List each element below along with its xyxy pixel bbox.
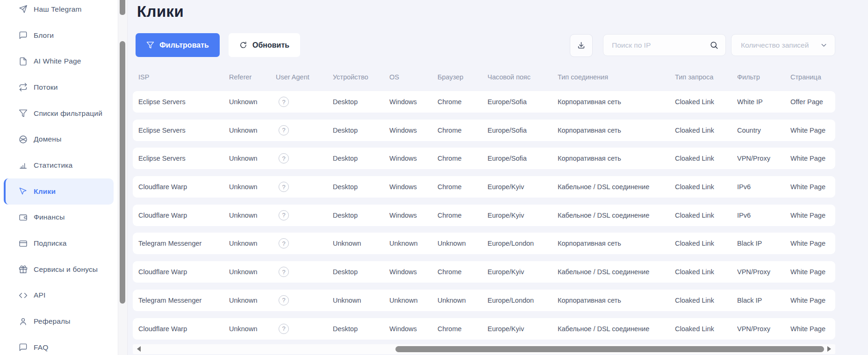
sidebar-item-label: Наш Telegram <box>34 5 82 14</box>
search-icon[interactable] <box>710 41 718 50</box>
sidebar-item-code-11[interactable]: API <box>0 283 118 309</box>
table-row-6: Cloudflare WarpUnknown?DesktopWindowsChr… <box>133 261 835 283</box>
page-icon <box>19 57 28 66</box>
cell-os: Windows <box>389 98 438 106</box>
question-mark-icon[interactable]: ? <box>279 210 289 220</box>
wallet-icon <box>19 213 28 222</box>
search-input[interactable] <box>603 41 710 50</box>
cell-connection: Корпоративная сеть <box>558 240 675 247</box>
sidebar-item-label: Финансы <box>34 213 65 221</box>
sidebar-item-chat-1[interactable]: Блоги <box>0 22 118 49</box>
scroll-right-arrow-icon[interactable] <box>827 346 831 352</box>
table-row-7: Telegram MessengerUnknown?UnknownUnknown… <box>133 290 835 311</box>
sidebar-item-telegram-0[interactable]: Наш Telegram <box>0 0 118 22</box>
cell-isp: Telegram Messenger <box>138 297 229 304</box>
cell-connection: Корпоративная сеть <box>558 98 675 106</box>
question-mark-icon[interactable]: ? <box>279 153 289 163</box>
cell-request_type: Cloaked Link <box>675 325 737 333</box>
sidebar-nav: Наш TelegramБлогиAI White PageПотокиСпис… <box>0 0 118 355</box>
cell-referer: Unknown <box>229 325 276 333</box>
cell-browser: Unknown <box>438 240 488 247</box>
sidebar-item-cursor-7[interactable]: Клики <box>4 178 114 205</box>
cell-referer: Unknown <box>229 297 276 304</box>
column-header-filter: Фильтр <box>737 73 790 81</box>
cell-page: Offer Page <box>790 98 835 106</box>
sidebar-scrollbar-track[interactable] <box>118 0 128 355</box>
cell-filter: White IP <box>737 98 790 106</box>
sidebar-item-wallet-8[interactable]: Финансы <box>0 205 118 231</box>
cell-browser: Unknown <box>438 297 488 304</box>
sidebar-item-label: Потоки <box>34 83 58 92</box>
cell-referer: Unknown <box>229 183 276 191</box>
table-row-8: Cloudflare WarpUnknown?DesktopWindowsChr… <box>133 318 835 340</box>
sidebar-item-stats-6[interactable]: Статистика <box>0 152 118 178</box>
records-count-dropdown[interactable]: Количество записей <box>731 34 835 56</box>
cell-referer: Unknown <box>229 98 276 106</box>
filter-button[interactable]: Фильтровать <box>136 33 220 57</box>
column-header-device: Устройство <box>333 73 389 81</box>
sidebar-item-streams-3[interactable]: Потоки <box>0 74 118 100</box>
cell-browser: Chrome <box>438 212 488 219</box>
table-body: Eclipse ServersUnknown?DesktopWindowsChr… <box>133 91 835 346</box>
question-mark-icon[interactable]: ? <box>279 238 289 248</box>
question-mark-icon[interactable]: ? <box>279 125 289 135</box>
sidebar-scrollbar-thumb[interactable] <box>120 41 125 304</box>
sidebar-item-globe-5[interactable]: Домены <box>0 126 118 152</box>
sidebar-item-user-12[interactable]: Рефералы <box>0 308 118 334</box>
sidebar-item-chat-13[interactable]: FAQ <box>0 334 118 355</box>
refresh-button[interactable]: Обновить <box>229 33 300 57</box>
question-mark-icon[interactable]: ? <box>279 97 289 107</box>
sidebar-item-funnel-4[interactable]: Списки фильтраций <box>0 100 118 127</box>
cell-device: Desktop <box>333 155 389 162</box>
cell-os: Windows <box>389 212 438 219</box>
cell-connection: Кабельное / DSL соединение <box>558 212 675 219</box>
cell-referer: Unknown <box>229 268 276 276</box>
cell-filter: IPv6 <box>737 212 790 219</box>
filter-button-label: Фильтровать <box>159 41 209 50</box>
scrollbar-thumb-top[interactable] <box>120 0 125 15</box>
sidebar-item-label: Домены <box>34 135 61 143</box>
cursor-icon <box>19 187 28 196</box>
cell-isp: Eclipse Servers <box>138 98 229 106</box>
cell-connection: Корпоративная сеть <box>558 297 675 304</box>
cell-timezone: Europe/Kyiv <box>488 212 558 219</box>
scroll-left-arrow-icon[interactable] <box>137 346 141 352</box>
column-header-page: Страница <box>790 73 835 81</box>
cell-os: Unknown <box>389 297 438 304</box>
cell-filter: Black IP <box>737 240 790 247</box>
cell-connection: Кабельное / DSL соединение <box>558 268 675 276</box>
question-mark-icon[interactable]: ? <box>279 324 289 334</box>
cell-device: Desktop <box>333 325 389 333</box>
horizontal-scrollbar-track[interactable] <box>133 344 835 354</box>
sidebar-item-page-2[interactable]: AI White Page <box>0 48 118 74</box>
cell-request_type: Cloaked Link <box>675 297 737 304</box>
sidebar-item-label: Сервисы и бонусы <box>34 265 98 274</box>
cell-page: White Page <box>790 212 835 219</box>
cell-device: Desktop <box>333 127 389 134</box>
globe-icon <box>19 135 28 144</box>
sidebar-item-gift-10[interactable]: Сервисы и бонусы <box>0 256 118 283</box>
cell-request_type: Cloaked Link <box>675 212 737 219</box>
cell-connection: Корпоративная сеть <box>558 127 675 134</box>
chat-icon <box>19 343 28 352</box>
question-mark-icon[interactable]: ? <box>279 295 289 305</box>
column-header-browser: Браузер <box>438 73 488 81</box>
question-mark-icon[interactable]: ? <box>279 267 289 277</box>
cell-browser: Chrome <box>438 183 488 191</box>
sidebar-item-label: AI White Page <box>34 57 81 65</box>
sidebar-item-card-9[interactable]: Подписка <box>0 230 118 256</box>
cell-isp: Cloudflare Warp <box>138 325 229 333</box>
cell-request_type: Cloaked Link <box>675 127 737 134</box>
chevron-down-icon <box>820 41 828 49</box>
horizontal-scrollbar-thumb[interactable] <box>395 346 824 352</box>
download-button[interactable] <box>570 34 593 57</box>
question-mark-icon[interactable]: ? <box>279 182 289 192</box>
chat-icon <box>19 31 28 40</box>
cell-browser: Chrome <box>438 98 488 106</box>
cell-timezone: Europe/Kyiv <box>488 183 558 191</box>
column-header-connection: Тип соединения <box>558 73 675 81</box>
cell-timezone: Europe/London <box>488 297 558 304</box>
cell-page: White Page <box>790 297 835 304</box>
cell-page: White Page <box>790 325 835 333</box>
cell-os: Windows <box>389 268 438 276</box>
